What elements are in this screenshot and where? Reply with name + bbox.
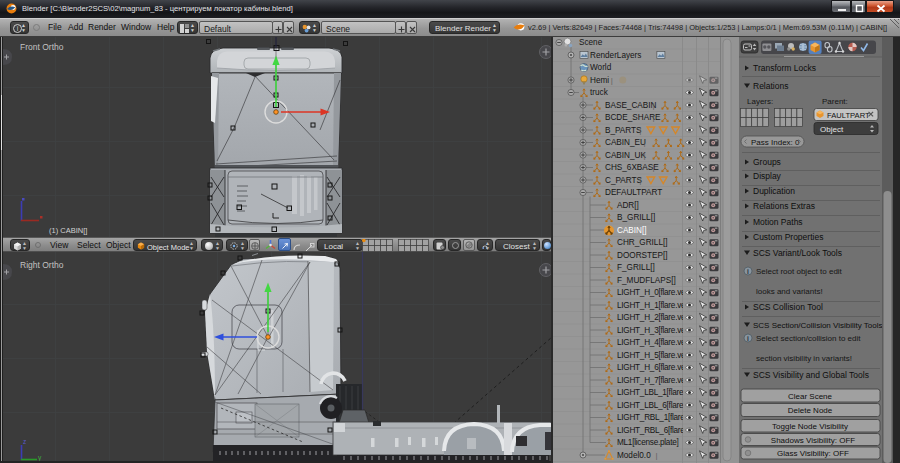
svg-text:Glass Visibility: OFF: Glass Visibility: OFF [777, 449, 849, 458]
svg-text:|: | [639, 126, 641, 135]
svg-text:SCS Variant/Look Tools: SCS Variant/Look Tools [753, 248, 842, 258]
svg-text:DOORSTEP[]: DOORSTEP[] [617, 251, 668, 260]
svg-text:i: i [747, 335, 749, 342]
svg-text:B_GRILL[]: B_GRILL[] [617, 213, 655, 222]
svg-text:Toggle Node Visibility: Toggle Node Visibility [772, 422, 848, 431]
svg-text:BASE_CABIN: BASE_CABIN [605, 101, 657, 110]
svg-text:CHS_6XBASE: CHS_6XBASE [605, 163, 659, 172]
svg-text:ADR[]: ADR[] [617, 201, 639, 210]
svg-text:y: y [38, 454, 42, 461]
svg-text:LIGHT_LBL_6[flare.ve: LIGHT_LBL_6[flare.ve [617, 401, 694, 410]
svg-text:Scene: Scene [579, 38, 603, 47]
svg-text:i: i [17, 25, 19, 32]
svg-text:Motion Paths: Motion Paths [753, 217, 803, 227]
svg-text:Hemi: Hemi [590, 76, 609, 85]
svg-text:Parent:: Parent: [822, 97, 848, 106]
svg-text:looks and variants!: looks and variants! [756, 287, 823, 296]
svg-text:Clear Scene: Clear Scene [788, 392, 833, 401]
svg-text:Relations: Relations [753, 81, 788, 91]
svg-text:RenderLayers: RenderLayers [590, 51, 641, 60]
svg-text:Shadows Visibility: OFF: Shadows Visibility: OFF [771, 436, 855, 445]
svg-text:Front Ortho: Front Ortho [20, 42, 64, 52]
svg-text:F_GRILL[]: F_GRILL[] [617, 263, 655, 272]
svg-text:Pass Index: 0: Pass Index: 0 [751, 138, 800, 147]
svg-text:|: | [611, 76, 613, 85]
svg-text:DEFAULTPART: DEFAULTPART [605, 188, 662, 197]
svg-text:|: | [653, 113, 655, 122]
svg-text:CABIN[]: CABIN[] [617, 226, 647, 235]
svg-text:World: World [590, 63, 612, 72]
svg-text:Model0.0: Model0.0 [617, 451, 651, 460]
svg-text:truck: truck [590, 88, 609, 97]
svg-text:C_PARTS: C_PARTS [605, 176, 643, 185]
svg-text:FAULTPART: FAULTPART [827, 111, 870, 120]
svg-text:SCS Section/Collision Visibili: SCS Section/Collision Visibility Tools [753, 321, 883, 330]
svg-text:Delete Node: Delete Node [788, 406, 833, 415]
svg-text:Object: Object [820, 125, 844, 134]
svg-text:|: | [653, 163, 655, 172]
svg-text:Groups: Groups [753, 157, 781, 167]
svg-text:Duplication: Duplication [753, 186, 795, 196]
svg-text:|: | [656, 451, 658, 460]
svg-text:Relations Extras: Relations Extras [753, 201, 815, 211]
svg-text:Custom Properties: Custom Properties [753, 232, 823, 242]
svg-text:section visibility in variants: section visibility in variants! [756, 354, 852, 363]
svg-text:Display: Display [753, 171, 782, 181]
svg-text:F_MUDFLAPS[]: F_MUDFLAPS[] [617, 276, 676, 285]
svg-text:Right Ortho: Right Ortho [20, 260, 64, 270]
svg-text:CABIN_EU: CABIN_EU [605, 138, 646, 147]
svg-text:SCS Collision Tool: SCS Collision Tool [753, 302, 823, 312]
svg-text:ML1[license.plate]: ML1[license.plate] [617, 438, 679, 447]
svg-text:|: | [653, 101, 655, 110]
svg-text:B_PARTS: B_PARTS [605, 126, 642, 135]
svg-text:(1) CABIN[]: (1) CABIN[] [49, 226, 87, 235]
svg-text:Layers:: Layers: [747, 97, 773, 106]
svg-text:|: | [639, 176, 641, 185]
svg-text:LIGHT_LBL_1[flare.ve: LIGHT_LBL_1[flare.ve [617, 388, 694, 397]
svg-text:|: | [644, 138, 646, 147]
svg-text:Select root object to edit: Select root object to edit [756, 267, 843, 276]
svg-text:CABIN_UK: CABIN_UK [605, 151, 646, 160]
svg-text:Transform Locks: Transform Locks [753, 63, 816, 73]
svg-text:i: i [747, 268, 749, 275]
svg-text:Select section/collision to ed: Select section/collision to edit [756, 334, 861, 343]
svg-text:z: z [23, 438, 26, 445]
svg-text:|: | [644, 151, 646, 160]
svg-text:CHR_GRILL[]: CHR_GRILL[] [617, 238, 668, 247]
svg-text:SCS Visibility and Global Tool: SCS Visibility and Global Tools [753, 370, 869, 380]
